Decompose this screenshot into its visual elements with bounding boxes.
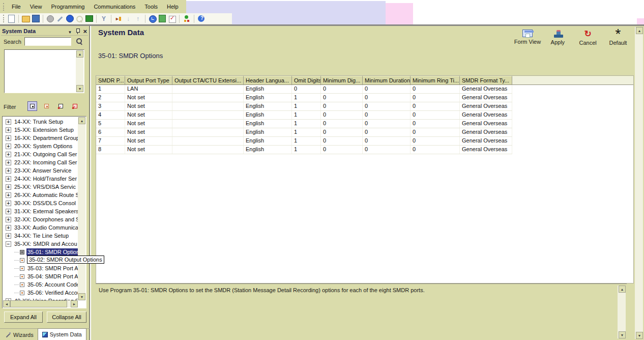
cell-row4-header-langua[interactable]: English [244,111,292,119]
cell-row6-minimum-dig[interactable]: 0 [321,128,363,136]
cell-row4-omit-digits[interactable]: 1 [292,111,321,119]
column-header-output-port-type[interactable]: Output Port Type [125,76,172,85]
column-header-minimum-duration[interactable]: Minimum Duration [363,76,411,85]
cell-row8-output-cta-ctu-extensi[interactable] [172,146,244,154]
expand-box-icon[interactable]: + [6,127,11,133]
cell-row2-output-port-type[interactable]: Not set [125,94,172,102]
menu-item-communications[interactable]: Communications [89,2,140,11]
cell-row7-output-port-type[interactable]: Not set [125,137,172,145]
menu-item-programming[interactable]: Programming [46,2,89,11]
cancel-button[interactable]: Cancel [573,30,603,46]
expand-box-icon[interactable]: + [6,144,11,149]
scroll-left-button[interactable] [3,300,10,307]
cell-row5-minimum-dig[interactable]: 0 [321,120,363,128]
cell-row8-minimum-duration[interactable]: 0 [363,146,411,154]
network-user-icon[interactable] [183,15,191,23]
expand-all-button[interactable]: Expand All [4,311,43,323]
column-header-minimum-ring-ti[interactable]: Minimum Ring Ti... [411,76,460,85]
cell-row6-header-langua[interactable]: English [244,128,292,136]
cell-row1-minimum-duration[interactable]: 0 [363,85,411,93]
description-scrollbar[interactable] [618,286,626,338]
export-icon[interactable] [114,15,123,23]
cell-row1-minimum-dig[interactable]: 0 [321,85,363,93]
cell-row3-smdr-p[interactable]: 3 [96,102,125,110]
cell-row1-smdr-p[interactable]: 1 [96,85,125,93]
tree-item-35-xx[interactable]: −35-XX: SMDR and Accou [3,240,78,248]
tree-item-35-04[interactable]: 35-04: SMDR Port As [3,272,78,280]
menubar-grip[interactable] [3,3,5,11]
cell-row1-output-cta-ctu-extensi[interactable] [172,85,244,93]
cell-row8-minimum-dig[interactable]: 0 [321,146,363,154]
scroll-up-button[interactable] [78,117,85,124]
cell-row1-minimum-ring-ti[interactable]: 0 [411,85,460,93]
cell-row6-minimum-duration[interactable]: 0 [363,128,411,136]
tree-item-30-xx[interactable]: +30-XX: DSS/DLS Consol [3,199,78,207]
tree-vertical-scrollbar[interactable] [78,117,85,300]
scroll-up-button[interactable] [76,50,83,58]
cell-row5-minimum-duration[interactable]: 0 [363,120,411,128]
cell-row4-output-cta-ctu-extensi[interactable] [172,111,244,119]
scroll-right-button[interactable] [71,300,78,307]
search-input[interactable] [24,37,71,46]
cell-row6-output-cta-ctu-extensi[interactable] [172,128,244,136]
cell-row6-omit-digits[interactable]: 1 [292,128,321,136]
column-header-smdr-p[interactable]: SMDR P... [96,76,125,85]
menu-item-help[interactable]: Help [162,2,183,11]
expand-box-icon[interactable]: + [6,217,11,222]
cell-row8-omit-digits[interactable]: 1 [292,146,321,154]
open-folder-icon[interactable] [22,15,30,23]
globe-icon[interactable] [66,15,74,23]
cell-row4-smdr-p[interactable]: 4 [96,111,125,119]
filter-copy-changed-button[interactable] [70,101,80,111]
tree-item-14-xx[interactable]: +14-XX: Trunk Setup [3,118,78,126]
down-arrow-icon[interactable] [124,15,132,23]
cell-row5-smdr-p[interactable]: 5 [96,120,125,128]
menu-item-file[interactable]: File [7,2,25,11]
cell-row3-output-port-type[interactable]: Not set [125,102,172,110]
cell-row4-minimum-dig[interactable]: 0 [321,111,363,119]
expand-box-icon[interactable]: + [6,168,11,174]
close-icon[interactable] [83,26,87,36]
default-button[interactable]: Default [603,30,633,46]
column-header-output-cta-ctu-extensi[interactable]: Output CTA/CTU Extensi... [172,76,244,85]
search-results-list[interactable] [4,49,84,93]
tree-item-21-xx[interactable]: +21-XX: Outgoing Call Ser [3,150,78,158]
collapse-all-button[interactable]: Collapse All [47,311,86,323]
cell-row5-smdr-format-ty[interactable]: General Overseas [460,120,512,128]
cell-row6-smdr-format-ty[interactable]: General Overseas [460,128,512,136]
tree-item-25-xx[interactable]: +25-XX: VRS/DISA Servic [3,183,78,191]
cell-row6-smdr-p[interactable]: 6 [96,128,125,136]
tools-icon[interactable] [56,15,64,23]
filter-changed-button[interactable] [42,101,51,111]
tree-item-26-xx[interactable]: +26-XX: Automatic Route S [3,191,78,199]
cell-row3-output-cta-ctu-extensi[interactable] [172,102,244,110]
column-header-omit-digits[interactable]: Omit Digits [292,76,321,85]
tab-system-data[interactable]: System Data [38,328,86,340]
cell-row1-output-port-type[interactable]: LAN [125,85,172,93]
cell-row7-output-cta-ctu-extensi[interactable] [172,137,244,145]
cell-row2-omit-digits[interactable]: 1 [292,94,321,102]
filter-copy-button[interactable] [56,101,66,111]
tree-item-35-06[interactable]: 35-06: Verified Accou [3,289,78,297]
collapse-box-icon[interactable]: − [6,241,11,247]
cell-row5-header-langua[interactable]: English [244,120,292,128]
cell-row8-minimum-ring-ti[interactable]: 0 [411,146,460,154]
cell-row2-minimum-duration[interactable]: 0 [363,94,411,102]
save-icon[interactable] [32,15,40,23]
cell-row2-smdr-format-ty[interactable]: General Overseas [460,94,512,102]
search-icon[interactable] [75,37,83,46]
cell-row8-smdr-p[interactable]: 8 [96,146,125,154]
cell-row5-omit-digits[interactable]: 1 [292,120,321,128]
cell-row3-smdr-format-ty[interactable]: General Overseas [460,102,512,110]
tab-wizards[interactable]: Wizards [1,330,38,340]
cell-row6-minimum-ring-ti[interactable]: 0 [411,128,460,136]
cell-row3-minimum-ring-ti[interactable]: 0 [411,102,460,110]
tree-item-15-xx[interactable]: +15-XX: Extension Setup [3,126,78,134]
expand-box-icon[interactable]: + [6,233,11,239]
cell-row7-minimum-ring-ti[interactable]: 0 [411,137,460,145]
chevron-down-icon[interactable] [68,26,72,36]
scroll-down-button[interactable] [76,85,83,92]
tree-item-16-xx[interactable]: +16-XX: Department Group [3,134,78,142]
apply-button[interactable]: Apply [543,30,572,46]
expand-box-icon[interactable]: + [6,152,11,157]
